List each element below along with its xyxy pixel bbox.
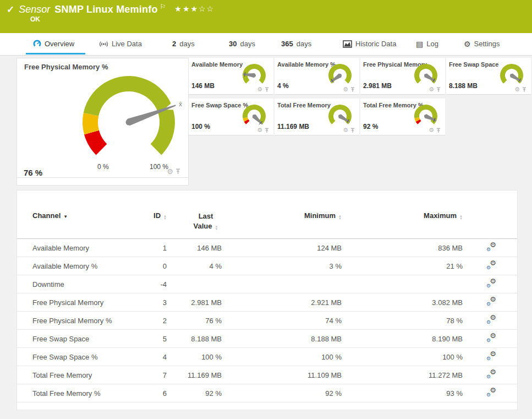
sort-icon: ▲▼: [215, 225, 218, 231]
tab-settings[interactable]: ⚙Settings: [464, 33, 500, 55]
channel-row: Free Swap Space %4100 %100 %100 %⚙⚙: [17, 348, 517, 366]
mini-gauge-total-free-memory: Total Free Memory11.169 MB⚙: [275, 99, 359, 135]
mini-gauge-free-physical-memory: Free Physical Memory2.981 MB⚙: [360, 58, 445, 95]
tab-label: Settings: [474, 40, 500, 48]
channel-row: Free Physical Memory %276 %74 %78 %⚙⚙: [17, 312, 517, 330]
tab-label: Overview: [45, 40, 74, 48]
gauge-card-actions: ⚙: [343, 86, 355, 92]
edit-channel-icon[interactable]: ⚙⚙: [486, 297, 496, 306]
tab-days365[interactable]: 365days: [281, 33, 311, 55]
gear-icon[interactable]: ⚙: [257, 127, 262, 133]
sensor-status-badge: OK: [30, 15, 40, 23]
channel-title: Available Memory: [191, 61, 243, 68]
sort-icon: ▲▼: [459, 215, 463, 220]
tab-label: days: [240, 40, 255, 48]
priority-flag-icon[interactable]: ⚐: [160, 3, 166, 10]
gauge-max-label: 100 %: [150, 163, 168, 171]
primary-channel-gauge: x̄: [68, 66, 189, 176]
pin-icon[interactable]: [350, 128, 355, 133]
edit-channel-icon[interactable]: ⚙⚙: [486, 351, 496, 361]
channel-table-panel: Channel▼ID▲▼Last Value▲▼Minimum▲▼Maximum…: [17, 190, 518, 410]
tab-days30[interactable]: 30days: [229, 33, 255, 55]
primary-channel-gauge-panel: Free Physical Memory % x̄ 0 % 100 % 76 %…: [17, 58, 189, 186]
tab-days2[interactable]: 2days: [172, 33, 195, 55]
tab-label: days: [179, 40, 194, 48]
gear-icon[interactable]: ⚙: [257, 86, 262, 92]
channel-row: Free Physical Memory32.981 MB2.921 MB3.0…: [17, 293, 517, 312]
pin-icon[interactable]: [436, 128, 441, 133]
edit-channel-icon[interactable]: ⚙⚙: [486, 388, 496, 397]
mini-gauge-available-memory: Available Memory146 MB⚙: [189, 58, 273, 95]
priority-star-rating[interactable]: ★★★☆☆: [174, 4, 215, 13]
tab-overview[interactable]: Overview: [33, 33, 74, 55]
column-header-edit: [465, 211, 517, 239]
tab-log[interactable]: ▤Log: [416, 33, 438, 55]
edit-channel-icon[interactable]: ⚙⚙: [486, 333, 496, 342]
channel-row: Downtime-4⚙⚙: [17, 275, 517, 293]
sensor-header-row: ✓ Sensor SNMP Linux Meminfo ⚐ ★★★☆☆: [7, 4, 215, 15]
gear-icon[interactable]: ⚙: [429, 86, 434, 92]
divider: [17, 177, 188, 178]
channel-value: 8.188 MB: [449, 82, 478, 90]
gauge-card-actions: ⚙: [257, 127, 269, 133]
mini-gauge-grid: Available Memory146 MB⚙Available Memory …: [189, 58, 532, 135]
pin-icon[interactable]: [265, 128, 269, 133]
edit-channel-icon[interactable]: ⚙⚙: [486, 369, 496, 379]
log-icon: ▤: [416, 40, 423, 48]
sensor-header: ✓ Sensor SNMP Linux Meminfo ⚐ ★★★☆☆ OK: [0, 0, 532, 33]
pin-icon[interactable]: [350, 87, 355, 92]
gear-icon[interactable]: ⚙: [167, 168, 173, 175]
channel-value: 146 MB: [191, 82, 215, 90]
channel-value: 2.981 MB: [363, 82, 392, 90]
channel-value: 92 %: [363, 123, 378, 130]
mini-gauge-free-swap-space: Free Swap Space8.188 MB⚙: [446, 58, 531, 95]
channel-row: Total Free Memory711.169 MB11.109 MB11.2…: [17, 366, 517, 384]
pin-icon[interactable]: [436, 87, 441, 92]
status-ok-check-icon: ✓: [7, 4, 14, 15]
column-header-maximum[interactable]: Maximum▲▼: [344, 211, 465, 239]
channel-value: 11.169 MB: [277, 123, 309, 130]
column-header-last-value[interactable]: Last Value▲▼: [169, 211, 224, 239]
sensor-tab-bar: OverviewLive Data2days30days365daysHisto…: [0, 33, 532, 56]
column-header-channel[interactable]: Channel▼: [17, 211, 139, 239]
edit-channel-icon[interactable]: ⚙⚙: [486, 242, 496, 252]
edit-channel-icon[interactable]: ⚙⚙: [486, 315, 496, 324]
edit-channel-icon[interactable]: ⚙⚙: [486, 279, 496, 288]
tab-label: Log: [426, 40, 438, 48]
channel-row: Available Memory %04 %3 %21 %⚙⚙: [17, 257, 517, 275]
column-header-minimum[interactable]: Minimum▲▼: [224, 211, 344, 239]
gear-icon[interactable]: ⚙: [514, 86, 520, 92]
channel-table: Channel▼ID▲▼Last Value▲▼Minimum▲▼Maximum…: [17, 211, 517, 402]
channel-title: Free Swap Space: [449, 61, 499, 68]
sort-desc-icon: ▼: [63, 214, 68, 219]
sort-icon: ▲▼: [338, 215, 342, 220]
gear-icon[interactable]: ⚙: [343, 127, 348, 133]
channel-gauge: [325, 102, 355, 129]
pin-icon[interactable]: [522, 87, 526, 92]
channel-gauge: [411, 102, 441, 129]
gauge-card-actions: ⚙: [343, 127, 355, 133]
channel-gauge: [411, 62, 441, 88]
channel-gauge: [239, 102, 269, 129]
tab-live-data[interactable]: Live Data: [99, 33, 142, 55]
primary-channel-value: 76 %: [24, 168, 42, 177]
edit-channel-icon[interactable]: ⚙⚙: [486, 260, 496, 270]
tab-historic-data[interactable]: Historic Data: [343, 33, 396, 55]
channel-title: Total Free Memory: [277, 102, 331, 108]
gear-icon[interactable]: ⚙: [429, 127, 434, 133]
tab-label: Historic Data: [355, 40, 396, 48]
broadcast-icon: [99, 40, 108, 48]
channel-gauge: [497, 62, 526, 88]
mini-gauge-available-memory: Available Memory %4 %⚙: [275, 58, 359, 95]
gauge-card-actions: ⚙: [257, 86, 269, 92]
channel-row: Available Memory1146 MB124 MB836 MB⚙⚙: [17, 239, 517, 257]
sort-icon: ▲▼: [163, 215, 167, 220]
pin-icon[interactable]: [175, 168, 180, 175]
gear-icon: ⚙: [464, 40, 471, 48]
pin-icon[interactable]: [265, 87, 269, 92]
gauge-min-label: 0 %: [97, 163, 109, 171]
column-header-id[interactable]: ID▲▼: [139, 211, 169, 239]
gauge-card-actions: ⚙: [429, 86, 441, 92]
gear-icon[interactable]: ⚙: [343, 86, 348, 92]
object-kind-label: Sensor: [19, 4, 50, 15]
